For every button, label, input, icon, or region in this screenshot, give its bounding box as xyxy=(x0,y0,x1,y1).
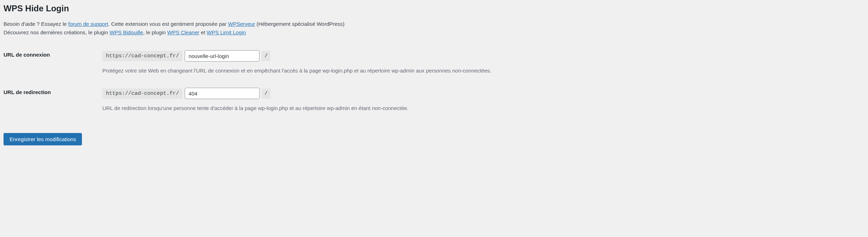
login-url-suffix: / xyxy=(262,51,270,61)
section-title: WPS Hide Login xyxy=(4,4,864,13)
login-url-input[interactable] xyxy=(185,50,260,62)
redirect-url-suffix: / xyxy=(262,88,270,99)
redirect-url-prefix: https://cad-concept.fr/ xyxy=(102,88,183,99)
redirect-url-input[interactable] xyxy=(185,88,260,99)
redirect-url-label: URL de redirection xyxy=(4,85,102,122)
wpserveur-link[interactable]: WPServeur xyxy=(228,21,255,27)
intro-text: Besoin d'aide ? Essayez le forum de supp… xyxy=(4,20,864,37)
redirect-url-row: URL de redirection https://cad-concept.f… xyxy=(4,85,864,122)
login-url-description: Protégez votre site Web en changeant l'U… xyxy=(102,67,561,75)
wps-limit-login-link[interactable]: WPS Limit Login xyxy=(207,29,246,35)
login-url-label: URL de connexion xyxy=(4,47,102,85)
login-url-row: URL de connexion https://cad-concept.fr/… xyxy=(4,47,864,85)
redirect-url-description: URL de redirection lorsqu'une personne t… xyxy=(102,104,561,112)
wpserveur-suffix: (Hébergement spécialisé WordPress) xyxy=(255,21,344,27)
support-forum-link[interactable]: forum de support xyxy=(68,21,108,27)
middle2: et xyxy=(199,29,207,35)
wps-cleaner-link[interactable]: WPS Cleaner xyxy=(167,29,200,35)
wps-bidouille-link[interactable]: WPS Bidouille xyxy=(109,29,143,35)
login-url-prefix: https://cad-concept.fr/ xyxy=(102,51,183,61)
middle1: , le plugin xyxy=(143,29,167,35)
help-prefix: Besoin d'aide ? Essayez le xyxy=(4,21,68,27)
login-url-field-group: https://cad-concept.fr/ / xyxy=(102,50,861,62)
discover-prefix: Découvrez nos dernières créations, le pl… xyxy=(4,29,109,35)
redirect-url-field-group: https://cad-concept.fr/ / xyxy=(102,88,861,99)
settings-form-table: URL de connexion https://cad-concept.fr/… xyxy=(4,47,864,122)
proposed-by-text: . Cette extension vous est gentiment pro… xyxy=(108,21,228,27)
save-button[interactable]: Enregistrer les modifications xyxy=(4,133,82,145)
